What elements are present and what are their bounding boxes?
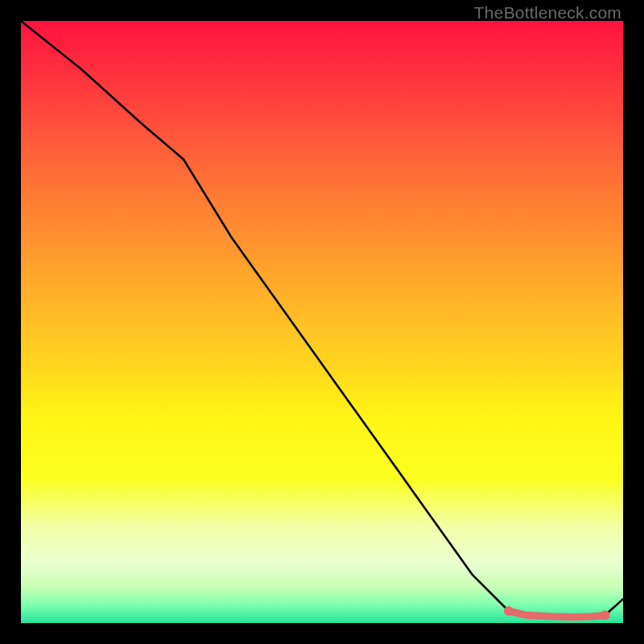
watermark-text: TheBottleneck.com [474, 3, 621, 23]
bottleneck-curve [21, 21, 623, 617]
trough-end-marker [601, 610, 610, 620]
chart-overlay [21, 21, 623, 623]
trough-start-marker [504, 606, 514, 616]
optimal-range-highlight [509, 611, 605, 617]
chart-frame: TheBottleneck.com [0, 0, 644, 644]
